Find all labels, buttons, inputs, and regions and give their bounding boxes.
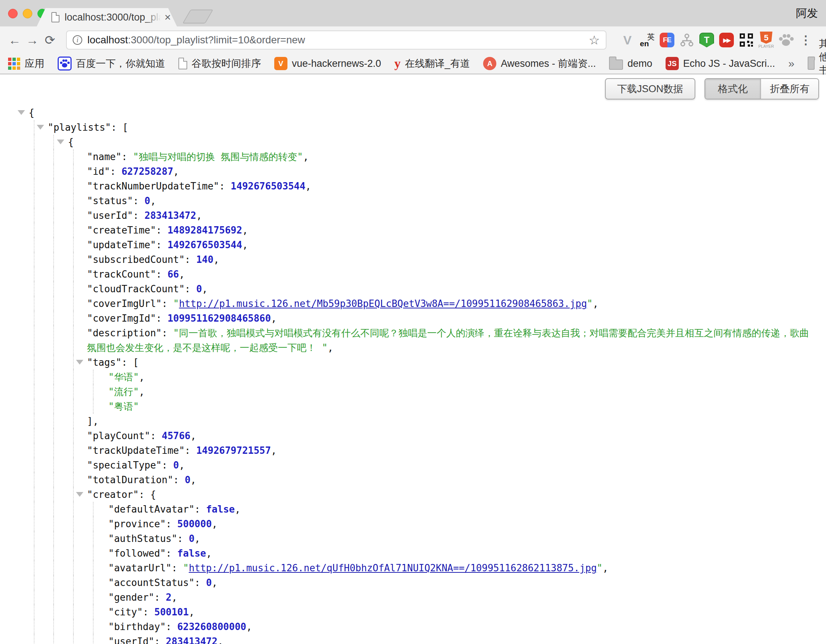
json-punct: : — [177, 533, 189, 544]
folder-icon — [807, 59, 815, 70]
back-icon[interactable]: ← — [6, 31, 23, 49]
json-number: 500101 — [154, 607, 189, 618]
translate-icon[interactable]: 英en — [639, 31, 656, 48]
json-key: "gender" — [108, 592, 154, 603]
indent-guide — [34, 443, 34, 458]
indent-guide — [73, 296, 74, 311]
format-button[interactable]: 格式化 — [705, 79, 761, 99]
browser-tab[interactable]: localhost:3000/top_playlist?lim × — [37, 8, 177, 26]
collapse-all-button[interactable]: 折叠所有 — [761, 79, 818, 99]
json-punct: : — [166, 621, 177, 632]
json-number: 0 — [189, 533, 194, 544]
html5-player-icon[interactable]: 5PLAYER — [758, 31, 775, 48]
forward-icon[interactable]: → — [23, 31, 41, 49]
bookmark-item[interactable]: y在线翻译_有道 — [394, 57, 470, 70]
json-punct: : [ — [111, 122, 128, 133]
bookmark-item[interactable]: Vvue-hackernews-2.0 — [274, 57, 381, 70]
indent-guide — [53, 531, 54, 546]
collapse-toggle-icon[interactable] — [76, 360, 83, 365]
indent-guide — [73, 355, 74, 370]
download-json-button[interactable]: 下载JSON数据 — [605, 78, 695, 99]
bookmarks-overflow-icon[interactable]: » — [788, 57, 795, 70]
bookmark-label: Awesomes - 前端资... — [501, 57, 596, 70]
collapse-toggle-icon[interactable] — [37, 125, 44, 130]
tab-close-icon[interactable]: × — [165, 12, 171, 23]
json-key: "birthday" — [108, 621, 166, 632]
new-tab-button[interactable] — [182, 9, 213, 23]
json-punct: : — [150, 430, 161, 441]
json-punct: , — [139, 386, 144, 397]
address-bar[interactable]: i localhost:3000/top_playlist?limit=10&o… — [66, 31, 607, 50]
json-key: "createTime" — [87, 225, 156, 236]
indent-guide — [93, 502, 94, 517]
bookmark-item[interactable]: AAwesomes - 前端资... — [483, 57, 596, 70]
browser-toolbar: ← → ⟳ i localhost:3000/top_playlist?limi… — [0, 26, 826, 54]
indent-guide — [34, 414, 34, 428]
indent-guide — [53, 149, 54, 164]
collapse-toggle-icon[interactable] — [57, 140, 64, 144]
reload-icon[interactable]: ⟳ — [41, 31, 59, 49]
bookmark-item[interactable]: JSEcho JS - JavaScri... — [666, 57, 775, 70]
indent-guide — [34, 473, 34, 487]
json-number: 45766 — [162, 430, 191, 441]
indent-guide — [53, 517, 54, 531]
indent-guide — [93, 370, 94, 385]
bookmarks-bar: 应用百度一下，你就知道谷歌按时间排序Vvue-hackernews-2.0y在线… — [0, 54, 826, 74]
indent-guide — [73, 561, 74, 575]
minimize-window-icon[interactable] — [23, 9, 32, 19]
indent-guide — [34, 120, 34, 135]
bookmark-label: Echo JS - JavaScri... — [683, 58, 775, 70]
qr-code-icon[interactable] — [738, 31, 755, 48]
letter-icon: y — [394, 57, 401, 70]
json-string: " — [183, 562, 189, 574]
json-number: 1492676503544 — [231, 181, 306, 192]
collapse-toggle-icon[interactable] — [76, 492, 83, 497]
indent-guide — [73, 311, 74, 326]
json-number: 1492676503544 — [168, 239, 242, 250]
profile-name[interactable]: 阿发 — [796, 6, 818, 21]
json-key: "defaultAvatar" — [108, 504, 194, 515]
bookmark-star-icon[interactable]: ☆ — [589, 33, 600, 47]
bookmark-label: 百度一下，你就知道 — [76, 57, 165, 70]
indent-guide — [73, 267, 74, 282]
fast-forward-icon[interactable]: ▶▶ — [718, 31, 735, 48]
bookmark-item[interactable]: 应用 — [8, 57, 44, 70]
indent-guide — [73, 149, 74, 164]
paw-icon[interactable] — [778, 31, 795, 48]
json-punct: , — [179, 460, 185, 471]
indent-guide — [34, 487, 34, 502]
json-number: 283413472 — [144, 210, 196, 221]
page-info-icon[interactable]: i — [73, 35, 82, 45]
close-window-icon[interactable] — [8, 9, 18, 19]
json-line: "tags": [ — [0, 355, 826, 370]
indent-guide — [53, 179, 54, 194]
json-string: " — [587, 298, 593, 309]
json-number: 500000 — [177, 518, 212, 529]
bookmark-item[interactable]: 百度一下，你就知道 — [57, 57, 165, 70]
json-string: "独唱与对唱的切换 氛围与情感的转变" — [133, 151, 303, 162]
json-punct: , — [306, 181, 311, 192]
collapse-toggle-icon[interactable] — [18, 110, 25, 115]
json-line: "gender": 2, — [0, 590, 826, 605]
json-line: "updateTime": 1492676503544, — [0, 237, 826, 252]
bookmark-item[interactable]: demo — [609, 57, 652, 70]
json-line: "cloudTrackCount": 0, — [0, 282, 826, 296]
vue-devtools-icon[interactable]: V — [619, 31, 636, 48]
json-link[interactable]: http://p1.music.126.net/Mb59p30BpEQLcBQe… — [179, 298, 587, 309]
json-line: "authStatus": 0, — [0, 531, 826, 546]
json-link[interactable]: http://p1.music.126.net/qUfH0bhzOfAl71NU… — [189, 562, 596, 574]
bookmark-item[interactable]: 谷歌按时间排序 — [179, 57, 261, 70]
tampermonkey-icon[interactable]: T — [698, 31, 715, 48]
json-punct: : — [185, 445, 196, 456]
indent-guide — [34, 326, 34, 355]
fe-helper-icon[interactable]: FE — [658, 31, 675, 48]
json-punct: , — [217, 636, 223, 644]
sitemap-icon[interactable] — [678, 31, 695, 48]
json-key: "avatarUrl" — [108, 562, 171, 574]
json-line: "trackUpdateTime": 1492679721557, — [0, 443, 826, 458]
json-key: "trackUpdateTime" — [87, 445, 185, 456]
json-key: "followed" — [108, 548, 166, 559]
indent-guide — [53, 282, 54, 296]
letter-badge-icon: V — [274, 57, 287, 70]
indent-guide — [53, 634, 54, 644]
